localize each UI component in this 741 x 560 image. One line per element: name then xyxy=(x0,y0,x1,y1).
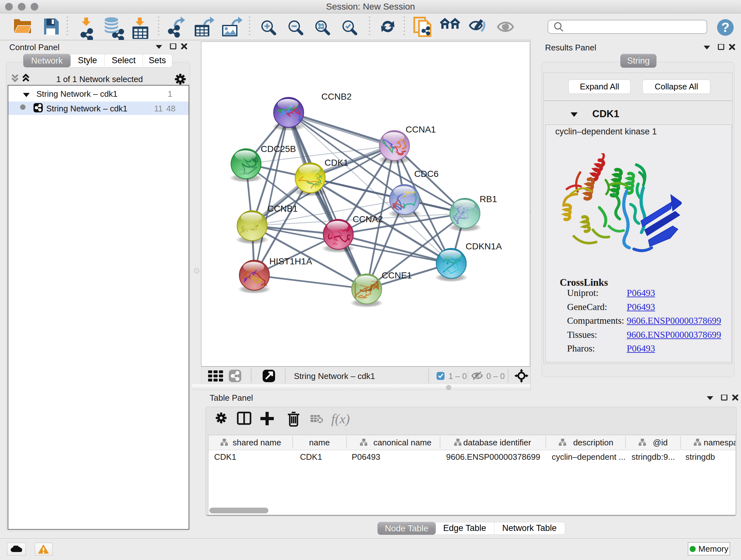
svg-text:HIST1H1A: HIST1H1A xyxy=(269,256,312,266)
svg-text:canonical name: canonical name xyxy=(374,438,431,447)
svg-text:CDC6: CDC6 xyxy=(414,169,439,179)
svg-text:CCNB1: CCNB1 xyxy=(267,204,298,213)
svg-text:CDKN1A: CDKN1A xyxy=(466,241,502,251)
svg-text:RB1: RB1 xyxy=(480,194,497,204)
svg-text:CCNB2: CCNB2 xyxy=(321,91,352,102)
svg-text:CDC25B: CDC25B xyxy=(261,144,296,154)
svg-text:0 – 0: 0 – 0 xyxy=(486,371,505,381)
svg-text:f(x): f(x) xyxy=(331,412,350,427)
svg-text:description: description xyxy=(573,438,613,447)
svg-text:name: name xyxy=(309,438,330,447)
svg-text:shared name: shared name xyxy=(232,438,281,447)
svg-text:namespac: namespac xyxy=(704,438,736,447)
svg-text:CCNA1: CCNA1 xyxy=(406,125,436,134)
svg-text:CDK1: CDK1 xyxy=(325,158,348,168)
svg-text:1 – 0: 1 – 0 xyxy=(448,371,467,381)
svg-text:?: ? xyxy=(721,20,730,35)
svg-text:database identifier: database identifier xyxy=(463,438,531,447)
svg-text:CCNE1: CCNE1 xyxy=(382,270,412,280)
svg-text:@id: @id xyxy=(653,438,668,447)
svg-text:CCNA2: CCNA2 xyxy=(353,214,383,224)
svg-text:String Network – cdk1: String Network – cdk1 xyxy=(294,371,375,381)
